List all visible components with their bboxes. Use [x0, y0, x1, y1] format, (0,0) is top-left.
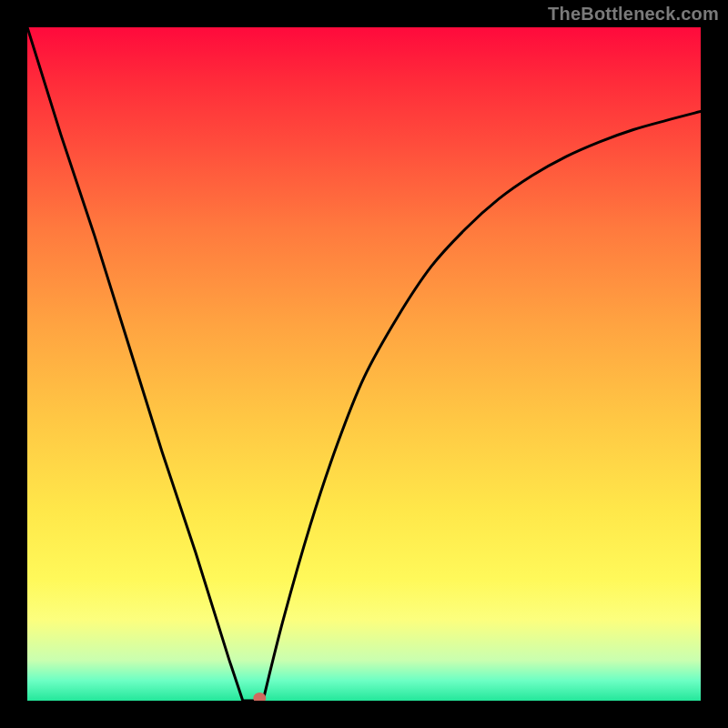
chart-stage: TheBottleneck.com	[0, 0, 728, 728]
plot-area	[27, 27, 701, 701]
watermark-text: TheBottleneck.com	[548, 4, 719, 25]
bottleneck-curve	[27, 27, 701, 701]
curve-layer	[27, 27, 701, 701]
